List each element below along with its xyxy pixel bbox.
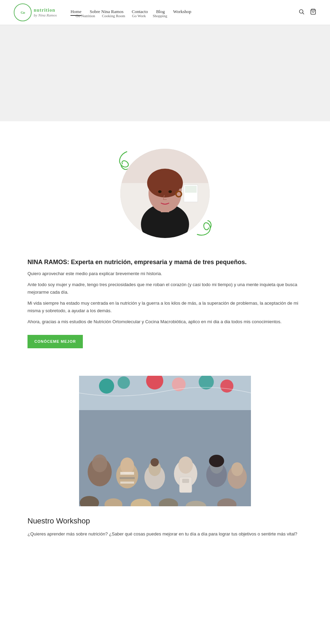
svg-point-25	[120, 457, 134, 474]
nav-sub-shopping[interactable]: Shopping	[153, 14, 167, 18]
workshop-text: ¿Quieres aprender más sobre nutrición? ¿…	[28, 530, 302, 538]
svg-point-0	[299, 10, 303, 13]
svg-point-10	[168, 190, 172, 193]
svg-point-23	[92, 454, 107, 472]
bio-intro: Quiero aprovechar este medio para explic…	[28, 270, 302, 278]
workshop-title: Nuestro Workshop	[28, 517, 302, 526]
svg-rect-27	[120, 477, 135, 479]
svg-rect-13	[185, 186, 197, 193]
svg-rect-28	[120, 482, 134, 484]
workshop-image	[79, 376, 251, 506]
svg-rect-26	[120, 472, 134, 475]
logo-text-area: nutrition by Nina Ramos	[34, 8, 57, 17]
nav-sub-cooking-room[interactable]: Cooking Room	[102, 14, 125, 18]
svg-point-31	[151, 458, 159, 466]
svg-point-40	[231, 462, 243, 476]
svg-point-21	[220, 380, 233, 393]
logo[interactable]: Go nutrition by Nina Ramos	[14, 3, 57, 21]
cart-icon	[310, 9, 316, 15]
bio-section: NINA RAMOS: Experta en nutrición, empres…	[0, 121, 330, 362]
svg-point-9	[158, 190, 162, 193]
conoceme-button[interactable]: CONÓCEME MEJOR	[28, 335, 83, 348]
logo-sub-text: by Nina Ramos	[34, 13, 57, 17]
bio-title: NINA RAMOS: Experta en nutrición, empres…	[28, 259, 302, 266]
hero-banner	[0, 25, 330, 121]
svg-rect-35	[182, 479, 189, 483]
nav-col-workshop: Workshop	[173, 9, 191, 15]
cart-button[interactable]	[310, 9, 316, 16]
svg-point-17	[118, 376, 130, 389]
nav-icons-area	[298, 9, 316, 16]
navbar: Go nutrition by Nina Ramos Home Sobre Ni…	[0, 0, 330, 25]
logo-circle: Go	[14, 3, 32, 21]
svg-line-1	[302, 13, 304, 14]
logo-main-text: nutrition	[34, 8, 57, 13]
nav-sub-go-nutrition[interactable]: Go Nutrition	[76, 14, 95, 18]
bio-para1: Ante todo soy mujer y madre, tengo tres …	[28, 281, 302, 296]
svg-point-16	[99, 379, 114, 394]
nav-sub-go-work[interactable]: Go Work	[132, 14, 146, 18]
logo-circle-text: Go	[21, 10, 25, 14]
search-icon	[298, 9, 305, 15]
workshop-section: Nuestro Workshop ¿Quieres aprender más s…	[0, 362, 330, 558]
nav-workshop[interactable]: Workshop	[173, 9, 191, 15]
nav-sub-row: Go Nutrition Cooking Room Go Work Shoppi…	[76, 13, 167, 18]
svg-point-38	[209, 455, 224, 467]
bio-para2: Mi vida siempre ha estado muy centrada e…	[28, 300, 302, 315]
svg-point-33	[178, 456, 193, 474]
bio-content: NINA RAMOS: Experta en nutrición, empres…	[28, 259, 302, 348]
search-button[interactable]	[298, 9, 305, 16]
bio-para3: Ahora, gracias a mis estudios de Nutrici…	[28, 318, 302, 326]
bio-image-wrapper	[113, 138, 217, 248]
